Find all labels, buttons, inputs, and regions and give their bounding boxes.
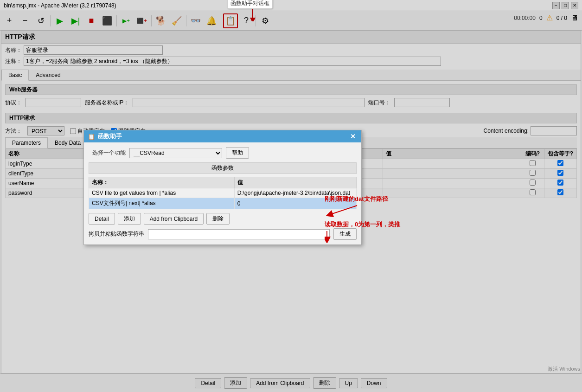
modal-delete-btn[interactable]: 删除 [206,213,230,225]
function-select[interactable]: __CSVRead [129,148,222,158]
annotation-col-index: 读取数据，0为第一列，类推 [325,220,400,243]
modal-params-table: 名称： 值 CSV file to get values from | *ali… [89,177,357,209]
modal-row1-name: CSV file to get values from | *alias [89,188,235,198]
modal-help-btn[interactable]: 帮助 [226,147,249,159]
modal-footer: 拷贝并粘贴函数字符串 生成 [89,228,357,240]
modal-add-clipboard-btn[interactable]: Add from Clipboard [144,213,204,225]
modal-icon: 📋 [88,133,95,140]
function-helper-modal: 📋 函数助手 ✕ 选择一个功能 __CSVRead 帮助 函数参数 [83,130,362,245]
footer-input[interactable] [148,229,330,239]
modal-col-value: 值 [234,177,356,188]
params-section-title: 函数参数 [89,162,357,174]
modal-table-row-selected: CSV文件列号| next| *alias [89,198,357,209]
modal-title-area: 📋 函数助手 [88,132,122,141]
modal-header: 📋 函数助手 ✕ [84,130,361,142]
modal-title: 函数助手 [98,132,122,141]
toolbar-annotation-bubble: 函数助手对话框 [227,0,273,9]
modal-detail-btn[interactable]: Detail [89,213,115,225]
modal-body: 选择一个功能 __CSVRead 帮助 函数参数 名称： 值 [84,142,361,244]
function-select-row: 选择一个功能 __CSVRead 帮助 [89,147,357,159]
modal-row2-name: CSV文件列号| next| *alias [89,198,235,209]
modal-action-buttons: Detail 添加 Add from Clipboard 删除 [89,213,357,225]
modal-col-name: 名称： [89,177,235,188]
modal-add-btn[interactable]: 添加 [118,213,141,225]
footer-label: 拷贝并粘贴函数字符串 [89,230,144,238]
function-select-label: 选择一个功能 [89,149,126,157]
svg-line-1 [329,206,357,215]
modal-close-btn[interactable]: ✕ [348,133,358,140]
modal-table-row: CSV file to get values from | *alias [89,188,357,198]
modal-overlay: 📋 函数助手 ✕ 选择一个功能 __CSVRead 帮助 函数参数 [0,0,582,392]
annotation-dat-path: 刚刚新建的dat文件路径 [325,195,388,217]
